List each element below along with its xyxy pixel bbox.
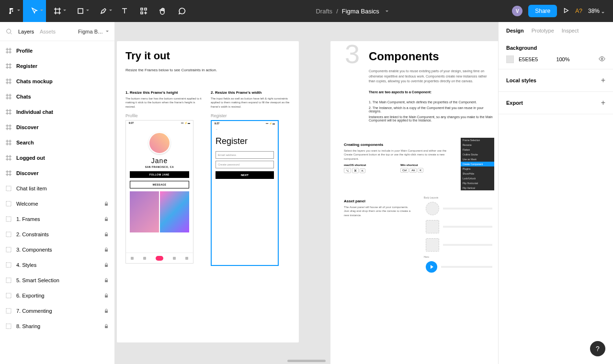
svg-rect-21 (105, 311, 108, 313)
layer-item[interactable]: Chats mockup (0, 74, 114, 89)
svg-rect-10 (6, 232, 11, 237)
page-selector[interactable]: Figma B… (78, 29, 109, 34)
svg-rect-14 (6, 263, 11, 267)
color-hex-input[interactable]: E5E5E5 (519, 56, 538, 62)
svg-rect-5 (6, 186, 11, 191)
avatar-image (148, 132, 170, 154)
profile-frame[interactable]: 9:27••• ⚡ ▬ Jane SAN FRANCISCO, CA FOLLO… (125, 120, 193, 264)
layer-item[interactable]: 1. Frames (0, 211, 114, 227)
component-icon (6, 308, 11, 314)
canvas-card-components: 3 Components Components enable you to re… (330, 41, 498, 364)
frame-icon (6, 48, 11, 54)
layer-item[interactable]: 6. Exporting (0, 288, 114, 303)
svg-rect-19 (105, 296, 108, 298)
svg-rect-12 (6, 247, 11, 252)
layers-panel: Layers Assets Figma B… ProfileRegisterCh… (0, 22, 115, 364)
prototype-tab[interactable]: Prototype (532, 28, 554, 33)
layers-tab[interactable]: Layers (18, 29, 34, 34)
inspect-tab[interactable]: Inspect (562, 28, 579, 33)
component-icon (6, 186, 11, 191)
svg-rect-7 (105, 204, 108, 206)
layer-item[interactable]: 2. Constraints (0, 227, 114, 242)
frame-label-profile[interactable]: Profile (125, 113, 205, 118)
next-button[interactable]: NEXT (216, 171, 274, 179)
lock-icon (104, 201, 109, 206)
layer-item[interactable]: Register (0, 58, 114, 74)
breadcrumb-parent[interactable]: Drafts (316, 8, 332, 15)
breadcrumb[interactable]: Drafts / Figma Basics (192, 8, 512, 15)
context-menu-preview: Frame SelectionRenameFlattenOutline Stro… (461, 138, 494, 190)
color-swatch[interactable] (506, 55, 514, 63)
frame-icon (6, 63, 11, 69)
add-style-button[interactable]: + (601, 76, 605, 85)
frame-icon (6, 124, 11, 130)
breadcrumb-current[interactable]: Figma Basics (342, 8, 379, 15)
component-icon (6, 262, 11, 268)
svg-rect-9 (105, 219, 108, 221)
move-tool-button[interactable] (23, 0, 46, 22)
canvas[interactable]: Try it out Resize the Frames below to se… (115, 22, 498, 364)
follow-button[interactable]: FOLLOW JANE (130, 171, 189, 178)
svg-rect-23 (105, 326, 108, 329)
svg-rect-3 (141, 12, 143, 14)
layer-item[interactable]: 4. Styles (0, 257, 114, 273)
layer-item[interactable]: Discover (0, 120, 114, 135)
share-button[interactable]: Share (528, 5, 557, 17)
opacity-input[interactable]: 100% (556, 56, 569, 62)
svg-rect-17 (105, 280, 108, 283)
horizontal-scrollbar[interactable] (287, 360, 326, 362)
chevron-down-icon[interactable] (383, 9, 388, 13)
lock-icon (104, 278, 109, 283)
frame-label-register[interactable]: Register (211, 113, 290, 118)
component-icon (6, 277, 11, 283)
frame-icon (6, 109, 11, 115)
main-menu-button[interactable] (0, 0, 23, 22)
layer-item[interactable]: Profile (0, 43, 114, 58)
component-icon (6, 247, 11, 253)
component-icon (6, 293, 11, 298)
svg-point-4 (7, 29, 11, 33)
layer-item[interactable]: Chat list item (0, 181, 114, 196)
layer-item[interactable]: Logged out (0, 150, 114, 165)
search-icon[interactable] (6, 28, 12, 35)
layer-item[interactable]: Welcome (0, 196, 114, 211)
layer-item[interactable]: 8. Sharing (0, 319, 114, 334)
svg-rect-2 (145, 8, 147, 10)
pen-tool-button[interactable] (92, 0, 115, 22)
svg-rect-1 (141, 8, 143, 10)
layer-item[interactable]: 7. Commenting (0, 303, 114, 319)
register-frame[interactable]: 9:27••• ⚡ ▬ ← Register Email address Cre… (211, 120, 279, 266)
layer-item[interactable]: Discover (0, 165, 114, 181)
message-button[interactable]: MESSAGE (130, 181, 189, 188)
frame-icon (6, 170, 11, 176)
frame-tool-button[interactable] (46, 0, 69, 22)
help-button[interactable]: ? (590, 341, 605, 356)
assets-tab[interactable]: Assets (40, 29, 56, 34)
layer-item[interactable]: 3. Components (0, 242, 114, 257)
user-avatar[interactable]: V (512, 6, 522, 16)
canvas-card-constraints: Try it out Resize the Frames below to se… (117, 41, 299, 342)
present-button[interactable] (563, 7, 569, 15)
svg-rect-18 (6, 293, 11, 298)
svg-rect-22 (6, 324, 11, 329)
missing-fonts-button[interactable]: A? (575, 8, 582, 14)
comment-tool-button[interactable] (172, 0, 192, 22)
design-tab[interactable]: Design (506, 28, 524, 33)
visibility-toggle-icon[interactable] (599, 55, 605, 63)
hand-tool-button[interactable] (153, 0, 172, 22)
shape-tool-button[interactable] (69, 0, 92, 22)
layer-item[interactable]: Chats (0, 89, 114, 104)
lock-icon (104, 309, 109, 313)
email-field[interactable]: Email address (216, 151, 274, 159)
layer-item[interactable]: Individual chat (0, 104, 114, 120)
layer-item[interactable]: 5. Smart Selection (0, 273, 114, 288)
lock-icon (104, 217, 109, 221)
text-tool-button[interactable] (115, 0, 134, 22)
zoom-dropdown[interactable]: 38% (588, 8, 605, 14)
add-export-button[interactable]: + (601, 99, 605, 107)
component-icon (6, 323, 11, 329)
resources-button[interactable] (134, 0, 153, 22)
password-field[interactable]: Create password (216, 161, 274, 168)
layer-item[interactable]: Search (0, 135, 114, 150)
lock-icon (104, 324, 109, 329)
